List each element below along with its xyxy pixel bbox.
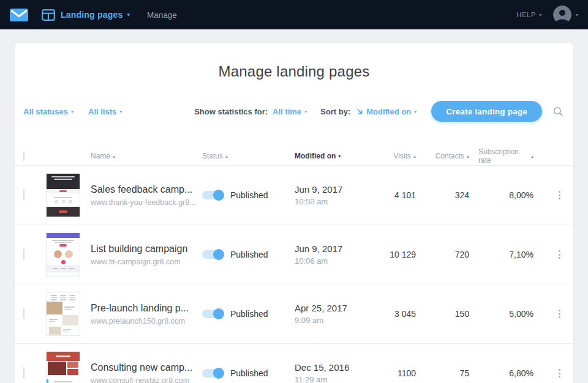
page-title: Manage landing pages xyxy=(15,43,573,83)
modified-time: 10:06 am xyxy=(295,256,380,266)
table-row: Sales feedback camp... www.thank-you-fee… xyxy=(15,166,573,225)
row-actions-kebab-icon[interactable] xyxy=(556,307,564,321)
publish-toggle[interactable] xyxy=(202,250,223,259)
create-landing-page-button[interactable]: Create landing page xyxy=(431,101,542,122)
table-row: List building campaign www.fit-campaign.… xyxy=(15,225,573,284)
contacts-value: 720 xyxy=(424,250,478,259)
modified-date: Jun 9, 2017 xyxy=(295,184,380,195)
app-menu-label: Landing pages xyxy=(61,10,123,20)
contacts-value: 150 xyxy=(424,309,478,319)
row-actions-kebab-icon[interactable] xyxy=(556,366,564,381)
modified-time: 10:50 am xyxy=(295,197,380,206)
landing-pages-layout-icon xyxy=(42,9,55,21)
visits-value: 10 129 xyxy=(380,250,424,259)
status-label: Published xyxy=(230,190,268,200)
landing-page-url: www.thank-you-feedback.gr8... xyxy=(91,198,198,207)
row-checkbox[interactable] xyxy=(23,308,24,319)
modified-date: Dec 15, 2016 xyxy=(295,362,380,373)
publish-toggle[interactable] xyxy=(202,369,223,377)
column-header-contacts[interactable]: Contacts▴ xyxy=(424,152,478,160)
subscription-rate-value: 8,00% xyxy=(478,190,546,200)
top-navbar: Landing pages ▾ Manage HELP ▾ ▾ xyxy=(0,0,588,29)
help-menu[interactable]: HELP ▾ xyxy=(516,11,542,18)
toggle-knob xyxy=(213,308,224,319)
landing-page-name[interactable]: Consulting new camp... xyxy=(91,362,198,373)
column-header-visits[interactable]: Visits▴ xyxy=(380,152,424,160)
modified-date: Jun 9, 2017 xyxy=(295,244,380,254)
status-label: Published xyxy=(230,250,268,259)
modified-date: Apr 25, 2017 xyxy=(295,303,380,313)
landing-page-name[interactable]: Sales feedback camp... xyxy=(91,184,198,195)
chevron-down-icon: ▾ xyxy=(576,12,578,18)
landing-page-thumbnail[interactable] xyxy=(46,173,80,217)
landing-page-thumbnail[interactable] xyxy=(46,292,80,336)
modified-time: 11:29 am xyxy=(295,375,380,383)
contacts-value: 75 xyxy=(424,368,478,378)
sort-caret-icon: ▴ xyxy=(531,154,533,159)
subscription-rate-value: 5,00% xyxy=(478,309,546,319)
publish-toggle[interactable] xyxy=(202,310,223,318)
status-label: Published xyxy=(230,368,268,378)
landing-page-url: www.consult-newbiz.gr8.com xyxy=(91,376,198,383)
row-actions-kebab-icon[interactable] xyxy=(556,188,564,203)
select-all-checkbox[interactable] xyxy=(23,151,24,161)
column-header-subscription-rate[interactable]: Subscription rate▴ xyxy=(478,147,546,165)
row-checkbox[interactable] xyxy=(23,189,24,201)
sort-descending-arrow-icon[interactable] xyxy=(356,106,363,117)
sort-caret-icon: ▴ xyxy=(413,154,416,159)
statuses-filter-dropdown[interactable]: All statuses ▾ xyxy=(23,107,74,116)
contacts-value: 324 xyxy=(424,190,478,200)
chevron-down-icon: ▾ xyxy=(119,109,122,114)
toggle-knob xyxy=(213,249,224,260)
landing-page-name[interactable]: Pre-launch landing p... xyxy=(91,303,198,314)
landing-page-url: www.fit-campaign.gr8.com xyxy=(91,258,198,266)
sort-by-label: Sort by: xyxy=(320,107,350,116)
row-actions-kebab-icon[interactable] xyxy=(556,247,564,262)
column-header-modified-on[interactable]: Modified on▾ xyxy=(295,152,380,160)
account-menu[interactable]: ▾ xyxy=(553,6,578,24)
row-checkbox[interactable] xyxy=(23,367,24,379)
lists-filter-dropdown[interactable]: All lists ▾ xyxy=(88,107,122,116)
sort-caret-icon: ▾ xyxy=(338,154,341,159)
stats-range-label: Show statistics for: xyxy=(194,107,268,116)
landing-pages-table: Sales feedback camp... www.thank-you-fee… xyxy=(15,166,573,383)
visits-value: 1100 xyxy=(380,368,424,378)
column-header-status[interactable]: Status▴ xyxy=(202,152,295,160)
chevron-down-icon: ▾ xyxy=(304,109,307,114)
sort-caret-icon: ▴ xyxy=(113,154,115,159)
column-header-name[interactable]: Name▴ xyxy=(80,152,202,160)
help-label: HELP xyxy=(516,11,536,18)
manage-landing-pages-card: Manage landing pages All statuses ▾ All … xyxy=(15,43,573,383)
table-row: Consulting new camp... www.consult-newbi… xyxy=(15,344,573,383)
chevron-down-icon: ▾ xyxy=(414,109,417,114)
modified-time: 9:09 am xyxy=(295,316,380,325)
chevron-down-icon: ▾ xyxy=(539,12,542,18)
nav-item-manage[interactable]: Manage xyxy=(147,10,177,20)
envelope-icon[interactable] xyxy=(10,9,28,21)
table-row: Pre-launch landing p... www.prelaunch150… xyxy=(15,284,573,344)
visits-value: 3 045 xyxy=(380,309,424,319)
landing-page-thumbnail[interactable] xyxy=(46,232,80,277)
publish-toggle[interactable] xyxy=(202,191,223,199)
status-label: Published xyxy=(230,309,268,319)
subscription-rate-value: 6,80% xyxy=(478,368,546,378)
chevron-down-icon: ▾ xyxy=(127,12,130,18)
sort-caret-icon: ▴ xyxy=(225,154,228,159)
toggle-knob xyxy=(213,190,224,201)
table-header: Name▴ Status▴ Modified on▾ Visits▴ Conta… xyxy=(15,147,573,166)
chevron-down-icon: ▾ xyxy=(71,109,74,114)
filter-bar: All statuses ▾ All lists ▾ Show statisti… xyxy=(15,100,573,122)
stats-range-dropdown[interactable]: All time ▾ xyxy=(273,107,307,116)
subscription-rate-value: 7,10% xyxy=(478,250,546,259)
toggle-knob xyxy=(213,368,224,379)
landing-page-url: www.prelaunch150.gr8.com xyxy=(91,317,198,325)
sort-field-dropdown[interactable]: Modified on ▾ xyxy=(366,107,417,116)
user-avatar xyxy=(553,6,571,24)
landing-page-thumbnail[interactable] xyxy=(46,351,80,383)
visits-value: 4 101 xyxy=(380,190,424,200)
landing-page-name[interactable]: List building campaign xyxy=(91,244,198,255)
row-checkbox[interactable] xyxy=(23,248,24,260)
sort-caret-icon: ▴ xyxy=(467,154,469,159)
search-icon[interactable] xyxy=(553,106,564,117)
app-switcher-landing-pages[interactable]: Landing pages ▾ xyxy=(42,9,130,21)
